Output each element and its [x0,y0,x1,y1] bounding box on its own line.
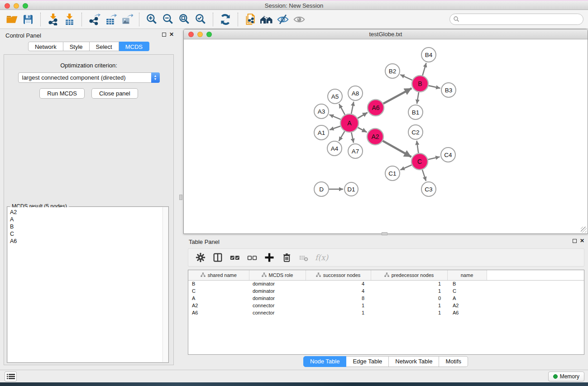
graph-edge-B-B4[interactable] [422,63,426,76]
mcds-result-item[interactable]: A [10,216,163,223]
graph-node-A[interactable]: A [340,114,359,132]
graph-edge-A-A6[interactable] [358,113,368,119]
horizontal-splitter-grip[interactable] [382,232,387,235]
network-canvas[interactable]: AA6A2BCA5A8A3A1A4A7B2B4B3B1C2C4C1C3DD1 [184,40,588,234]
float-table-panel-icon[interactable] [573,239,577,243]
column-header-successor-nodes[interactable]: successor nodes [306,270,371,280]
show-graphics-details-icon[interactable] [292,13,306,26]
graph-edge-A-A8[interactable] [351,102,354,114]
graph-edge-A-A1[interactable] [330,126,340,130]
open-session-icon[interactable] [5,13,19,26]
tab-node-table[interactable]: Node Table [303,356,347,367]
zoom-selected-icon[interactable] [194,13,207,26]
delete-table-icon[interactable] [297,251,310,264]
apply-layout-icon[interactable] [219,13,232,26]
graph-node-C1[interactable]: C1 [385,166,400,181]
column-header-shared-name[interactable]: shared name [188,270,249,280]
column-header-mcds-role[interactable]: MCDS role [249,270,306,280]
graph-node-D[interactable]: D [314,182,329,196]
mcds-result-item[interactable]: B [10,223,163,230]
graph-node-A8[interactable]: A8 [348,86,363,100]
table-row[interactable]: A6connector11A6 [188,309,584,316]
graph-edge-B-B3[interactable] [429,86,440,88]
graph-node-A2[interactable]: A2 [367,129,383,145]
deselect-all-rows-icon[interactable] [246,251,258,264]
mcds-result-item[interactable]: A2 [10,209,163,216]
zoom-in-icon[interactable] [145,13,158,26]
column-header-predecessor-nodes[interactable]: predecessor nodes [371,270,447,280]
select-all-rows-icon[interactable] [229,251,241,264]
table-row[interactable]: A2connector11A2 [188,302,584,309]
close-table-panel-icon[interactable]: ✕ [580,238,584,243]
table-row[interactable]: Cdominator41C [188,287,584,295]
mcds-result-item[interactable]: C [10,230,163,238]
network-graph[interactable]: AA6A2BCA5A8A3A1A4A7B2B4B3B1C2C4C1C3DD1 [184,40,588,234]
hide-graphics-details-icon[interactable] [276,13,290,26]
graph-edge-C-C1[interactable] [400,165,411,170]
graph-edge-C-C3[interactable] [422,170,426,181]
column-header-name[interactable]: name [447,270,487,280]
graph-node-A6[interactable]: A6 [368,100,384,116]
delete-columns-icon[interactable] [280,251,293,264]
tab-select[interactable]: Select [90,42,119,51]
vertical-splitter-grip[interactable] [179,195,182,200]
table-row[interactable]: Bdominator41B [188,280,584,287]
function-builder-icon[interactable]: f(x) [315,253,328,262]
graph-node-C4[interactable]: C4 [441,148,455,162]
mcds-result-item[interactable]: A6 [10,238,163,245]
close-panel-button[interactable]: Close panel [91,88,138,99]
add-column-icon[interactable] [263,251,276,264]
graph-edge-A2-C[interactable] [383,141,411,157]
graph-node-B1[interactable]: B1 [408,105,423,119]
graph-node-B2[interactable]: B2 [385,64,400,78]
graph-node-A4[interactable]: A4 [327,141,342,156]
float-panel-icon[interactable] [162,33,166,37]
export-network-icon[interactable] [87,13,101,26]
graph-edge-A-A4[interactable] [339,131,345,141]
clone-network-icon[interactable] [244,13,257,26]
graph-edge-B-B2[interactable] [400,75,412,80]
import-table-icon[interactable] [62,13,76,26]
tab-network-table[interactable]: Network Table [389,356,439,367]
graph-edge-A-A3[interactable] [330,114,341,119]
graph-node-B3[interactable]: B3 [441,83,456,97]
graph-edge-A6-B[interactable] [383,88,412,104]
graph-node-A1[interactable]: A1 [314,125,329,140]
graph-edge-C-C4[interactable] [428,157,440,159]
graph-node-C3[interactable]: C3 [421,182,436,196]
tab-style[interactable]: Style [63,42,90,51]
memory-button[interactable]: Memory [548,372,584,381]
run-mcds-button[interactable]: Run MCDS [39,88,85,99]
window-resize-grip[interactable] [581,227,587,233]
home-view-icon[interactable] [260,13,273,26]
graph-node-B[interactable]: B [412,76,428,92]
table-row[interactable]: Adominator80A [188,295,584,302]
graph-node-D1[interactable]: D1 [344,182,358,196]
graph-edge-B-B1[interactable] [417,92,419,104]
graph-edge-C-C2[interactable] [417,141,419,153]
graph-node-C2[interactable]: C2 [408,125,423,139]
save-session-icon[interactable] [21,13,35,26]
graph-node-B4[interactable]: B4 [421,48,436,62]
graph-node-A3[interactable]: A3 [314,104,329,119]
export-table-icon[interactable] [104,13,117,26]
zoom-fit-icon[interactable] [177,13,191,26]
tab-edge-table[interactable]: Edge Table [346,356,389,367]
graph-node-C[interactable]: C [411,153,428,170]
graph-node-A7[interactable]: A7 [348,144,363,158]
tab-motifs[interactable]: Motifs [439,356,468,367]
tab-mcds[interactable]: MCDS [119,42,149,51]
graph-edge-A-A2[interactable] [358,128,367,132]
graph-edge-A-A7[interactable] [351,133,354,143]
criterion-dropdown[interactable]: largest connected component (directed) ▲… [18,72,160,83]
import-network-icon[interactable] [46,13,60,26]
column-selector-icon[interactable] [211,251,224,264]
tab-network[interactable]: Network [28,42,63,51]
close-panel-icon[interactable]: ✕ [169,32,174,37]
result-list-scrollbar[interactable] [163,207,168,362]
export-image-icon[interactable] [120,13,134,26]
task-history-button[interactable] [5,372,17,381]
graph-edge-A-A5[interactable] [339,104,345,115]
search-input[interactable] [449,14,583,25]
zoom-out-icon[interactable] [161,13,175,26]
